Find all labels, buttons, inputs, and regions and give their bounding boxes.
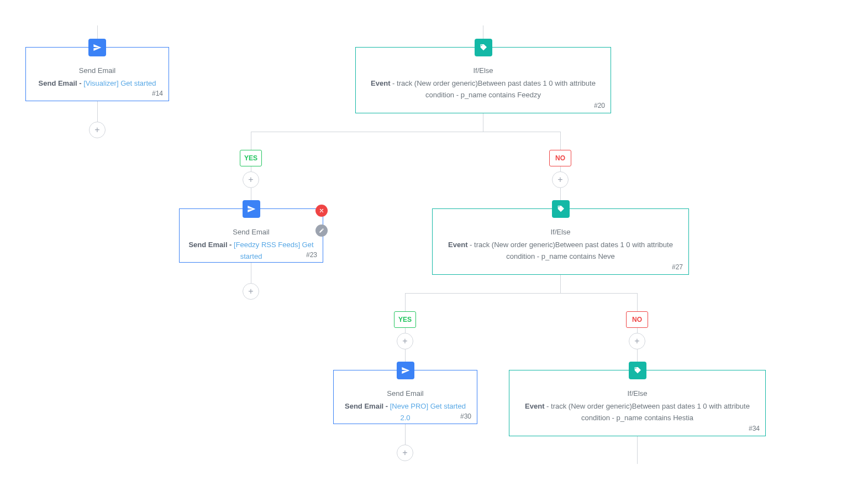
connector — [483, 113, 483, 132]
node-desc: Send Email - [Neve PRO] Get started 2.0 — [343, 401, 468, 424]
connector — [637, 436, 638, 464]
node-title: If/Else — [518, 389, 756, 398]
connector — [637, 293, 638, 311]
tag-icon — [475, 39, 492, 56]
node-ifelse-34[interactable]: If/Else Event - track (New order generic… — [509, 370, 766, 436]
connector — [560, 166, 561, 171]
add-step-button[interactable]: + — [243, 171, 259, 188]
connector — [251, 132, 561, 132]
node-ifelse-27[interactable]: If/Else Event - track (New order generic… — [432, 208, 689, 275]
branch-no: NO — [626, 311, 648, 328]
node-id: #27 — [672, 263, 683, 271]
add-step-button[interactable]: + — [89, 122, 106, 138]
node-desc: Event - track (New order generic)Between… — [441, 239, 680, 263]
add-step-button[interactable]: + — [629, 333, 645, 349]
add-step-button[interactable]: + — [552, 171, 569, 188]
node-ifelse-20[interactable]: If/Else Event - track (New order generic… — [355, 47, 611, 113]
node-title: Send Email — [343, 389, 468, 398]
add-step-button[interactable]: + — [243, 283, 259, 300]
node-send-email-23[interactable]: Send Email Send Email - [Feedzy RSS Feed… — [179, 208, 323, 263]
branch-yes: YES — [394, 311, 416, 328]
node-id: #14 — [152, 90, 163, 97]
node-title: Send Email — [188, 228, 314, 236]
node-title: Send Email — [35, 66, 160, 75]
email-link[interactable]: [Neve PRO] Get started 2.0 — [390, 402, 466, 422]
connector — [251, 166, 251, 171]
connector — [405, 293, 406, 311]
node-id: #34 — [749, 425, 760, 432]
node-send-email-14[interactable]: Send Email Send Email - [Visualizer] Get… — [25, 47, 169, 101]
node-desc: Event - track (New order generic)Between… — [518, 401, 756, 424]
email-link[interactable]: [Feedzy RSS Feeds] Get started — [234, 241, 314, 260]
node-desc: Send Email - [Visualizer] Get started — [35, 78, 160, 90]
tag-icon — [552, 200, 570, 218]
connector — [405, 424, 406, 445]
node-title: If/Else — [365, 66, 602, 75]
node-id: #20 — [594, 102, 605, 109]
branch-no: NO — [549, 150, 571, 166]
node-title: If/Else — [441, 228, 680, 236]
workflow-canvas[interactable]: Send Email Send Email - [Visualizer] Get… — [0, 0, 868, 491]
branch-yes: YES — [240, 150, 262, 166]
send-icon — [243, 200, 260, 218]
connector — [560, 132, 561, 150]
tag-icon — [629, 362, 646, 379]
connector — [405, 328, 406, 333]
node-desc: Send Email - [Feedzy RSS Feeds] Get star… — [188, 239, 314, 263]
add-step-button[interactable]: + — [397, 445, 413, 461]
node-id: #23 — [306, 251, 317, 259]
connector — [637, 328, 638, 333]
connector — [97, 101, 98, 122]
email-link[interactable]: [Visualizer] Get started — [83, 79, 156, 87]
send-icon — [88, 39, 106, 56]
edit-node-button[interactable] — [315, 224, 328, 237]
connector — [251, 263, 251, 283]
delete-node-button[interactable] — [315, 205, 328, 217]
connector — [560, 275, 561, 293]
connector — [405, 293, 638, 294]
add-step-button[interactable]: + — [397, 333, 413, 349]
connector — [251, 132, 251, 150]
send-icon — [397, 362, 414, 379]
node-id: #30 — [460, 412, 471, 420]
node-send-email-30[interactable]: Send Email Send Email - [Neve PRO] Get s… — [333, 370, 477, 424]
node-desc: Event - track (New order generic)Between… — [365, 78, 602, 101]
